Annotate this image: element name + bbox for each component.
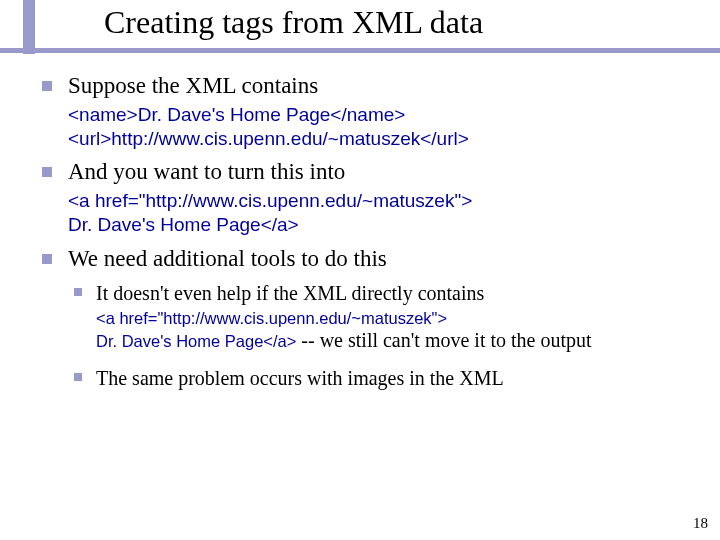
- square-bullet-icon: [74, 288, 82, 296]
- square-bullet-icon: [42, 167, 52, 177]
- square-bullet-icon: [42, 81, 52, 91]
- bullet-text: And you want to turn this into: [68, 158, 700, 187]
- bullet-text: Suppose the XML contains: [68, 72, 700, 101]
- bullet-text: We need additional tools to do this: [68, 245, 700, 274]
- list-item: The same problem occurs with images in t…: [68, 366, 700, 391]
- list-item: And you want to turn this into <a href="…: [38, 158, 700, 236]
- list-item: It doesn't even help if the XML directly…: [68, 281, 700, 352]
- slide-title: Creating tags from XML data: [104, 4, 483, 41]
- page-number: 18: [693, 515, 708, 532]
- sub-bullet-text: It doesn't even help if the XML directly…: [96, 281, 700, 306]
- sub-bullet-text: The same problem occurs with images in t…: [96, 366, 700, 391]
- list-item: Suppose the XML contains <name>Dr. Dave'…: [38, 72, 700, 150]
- accent-vertical: [23, 0, 35, 54]
- square-bullet-icon: [42, 254, 52, 264]
- list-item: We need additional tools to do this It d…: [38, 245, 700, 391]
- slide: Creating tags from XML data Suppose the …: [0, 0, 720, 540]
- square-bullet-icon: [74, 373, 82, 381]
- sub-bullet-list: It doesn't even help if the XML directly…: [68, 281, 700, 391]
- tail-text: -- we still can't move it to the output: [296, 329, 591, 351]
- accent-horizontal: [0, 48, 720, 53]
- slide-content: Suppose the XML contains <name>Dr. Dave'…: [38, 72, 700, 397]
- bullet-list: Suppose the XML contains <name>Dr. Dave'…: [38, 72, 700, 391]
- code-block: <name>Dr. Dave's Home Page</name> <url>h…: [68, 103, 700, 151]
- code-block: <a href="http://www.cis.upenn.edu/~matus…: [68, 189, 700, 237]
- code-with-tail: <a href="http://www.cis.upenn.edu/~matus…: [96, 308, 700, 352]
